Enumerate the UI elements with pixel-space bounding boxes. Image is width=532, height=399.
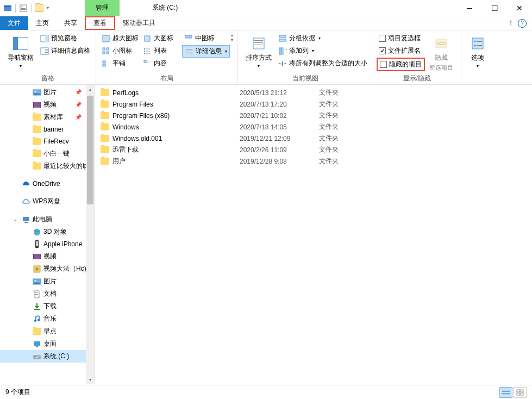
folder-icon	[33, 327, 41, 336]
preview-pane-button[interactable]: 预览窗格	[38, 33, 92, 44]
tab-file[interactable]: 文件	[0, 16, 28, 30]
svg-rect-34	[186, 54, 192, 54]
qat-dropdown-icon[interactable]: ▾	[47, 5, 49, 10]
layout-large-button[interactable]: 大图标	[141, 33, 182, 44]
tree-item[interactable]: WPS网盘	[0, 195, 95, 208]
thumbnails-view-button[interactable]	[514, 387, 527, 398]
scrollbar-thumb[interactable]	[87, 96, 93, 204]
svg-rect-79	[502, 393, 510, 394]
svg-rect-20	[144, 48, 145, 49]
file-row[interactable]: PerfLogs2020/5/13 21:12文件夹	[101, 87, 527, 98]
tab-home[interactable]: 主页	[28, 16, 57, 30]
navigation-pane-button[interactable]: 导航窗格 ▾	[3, 33, 38, 71]
item-count: 9 个项目	[5, 388, 30, 397]
svg-rect-42	[279, 48, 281, 54]
tree-item[interactable]: 图片	[0, 275, 95, 288]
scroll-up-icon[interactable]: ▴	[86, 85, 95, 93]
tree-item-label: WPS网盘	[33, 197, 60, 206]
help-icon[interactable]: ?	[518, 19, 527, 28]
tree-item[interactable]: 视频大法（Hc)	[0, 263, 95, 275]
tree-item[interactable]: 视频📌	[0, 98, 95, 111]
tree-item[interactable]: 音乐	[0, 313, 95, 325]
maximize-button[interactable]: ☐	[482, 0, 507, 16]
close-button[interactable]: ✕	[507, 0, 532, 16]
size-columns-button[interactable]: 将所有列调整为合适的大小	[276, 58, 370, 69]
hide-icon	[433, 35, 450, 52]
scroll-down-icon[interactable]: ▾	[86, 375, 95, 384]
file-type: 文件夹	[319, 134, 362, 143]
file-row[interactable]: Windows2020/7/18 14:05文件夹	[101, 121, 527, 133]
svg-rect-81	[517, 390, 520, 392]
hidden-items-checkbox[interactable]: 隐藏的项目	[377, 58, 425, 71]
add-columns-button[interactable]: +添加列▾	[276, 45, 370, 57]
status-bar: 9 个项目	[0, 385, 532, 399]
pin-ribbon-icon[interactable]: ⤒	[508, 20, 514, 27]
tree-item[interactable]: 桌面	[0, 338, 95, 350]
file-row[interactable]: Program Files (x86)2020/7/21 10:02文件夹	[101, 110, 527, 121]
layout-details-button[interactable]: 详细信息▾	[182, 45, 230, 58]
tree-item[interactable]: Apple iPhone	[0, 238, 95, 250]
svg-rect-29	[185, 35, 188, 38]
minimize-button[interactable]: ─	[457, 0, 482, 16]
tree-item[interactable]: 早点	[0, 325, 95, 338]
tab-view[interactable]: 查看	[85, 16, 115, 30]
tree-item-label: 下载	[43, 302, 57, 311]
svg-point-48	[474, 41, 476, 42]
tree-item[interactable]: 文档	[0, 288, 95, 300]
layout-more-icon[interactable]: ▴▾	[231, 33, 233, 42]
svg-rect-32	[186, 51, 192, 51]
layout-small-button[interactable]: 小图标	[99, 45, 141, 57]
file-row[interactable]: Windows.old.0012019/12/21 12:09文件夹	[101, 133, 527, 144]
properties-icon[interactable]	[19, 4, 28, 13]
window-controls: ─ ☐ ✕	[457, 0, 532, 16]
tree-item[interactable]: 最近比较火的ipl	[0, 160, 95, 172]
svg-rect-83	[517, 393, 520, 395]
tree-item[interactable]: 图片📌	[0, 86, 95, 98]
tree-item[interactable]: 素材库📌	[0, 111, 95, 123]
tree-item[interactable]: ⌄此电脑	[0, 213, 95, 226]
file-row[interactable]: 用户2019/12/28 9:08文件夹	[101, 155, 527, 167]
extra-large-icons-icon	[102, 34, 110, 43]
details-pane-button[interactable]: 详细信息窗格	[38, 45, 92, 57]
svg-rect-13	[103, 48, 105, 50]
explorer-icon	[3, 4, 12, 13]
file-row[interactable]: Program Files2020/7/13 17:20文件夹	[101, 98, 527, 110]
file-type: 文件夹	[319, 157, 362, 166]
tree-item[interactable]: 3D 对象	[0, 226, 95, 238]
tree-item[interactable]: 小白一键	[0, 147, 95, 160]
large-icons-icon	[143, 34, 152, 43]
layout-content-button[interactable]: 内容	[141, 58, 182, 69]
group-by-button[interactable]: 分组依据▾	[276, 33, 370, 44]
file-extensions-checkbox[interactable]: 文件扩展名	[377, 45, 425, 57]
file-row[interactable]: 迅雷下载2020/2/26 11:09文件夹	[101, 144, 527, 155]
phone-icon	[33, 240, 41, 248]
separator	[15, 4, 16, 13]
svg-rect-21	[146, 48, 150, 49]
tree-item[interactable]: OneDrive	[0, 178, 95, 190]
tree-item-label: Apple iPhone	[43, 240, 82, 248]
tree-item[interactable]: 下载	[0, 300, 95, 313]
qat-folder-icon[interactable]	[35, 4, 43, 13]
folder-icon	[101, 111, 109, 120]
item-checkboxes-checkbox[interactable]: 项目复选框	[377, 33, 425, 44]
sort-by-button[interactable]: 排序方式 ▾	[241, 33, 276, 71]
tree-caret-icon[interactable]: ⌄	[13, 216, 20, 222]
layout-medium-button[interactable]: 中图标	[182, 33, 230, 44]
tree-item[interactable]: 系统 (C:)	[0, 350, 95, 363]
layout-list-button[interactable]: 列表	[141, 45, 182, 57]
tree-item[interactable]: banner	[0, 123, 95, 135]
sidebar-scrollbar[interactable]: ▴ ▾	[86, 85, 95, 384]
svg-rect-7	[45, 35, 48, 42]
tree-item[interactable]: 视频	[0, 250, 95, 263]
quick-access-toolbar: ▾	[0, 4, 52, 13]
window-title: 系统 (C:)	[152, 3, 178, 13]
tree-item[interactable]: FileRecv	[0, 135, 95, 147]
tab-share[interactable]: 共享	[57, 16, 85, 30]
details-view-button[interactable]	[499, 387, 512, 398]
layout-tiles-button[interactable]: 平铺	[99, 58, 141, 69]
folder-icon	[101, 134, 109, 143]
layout-extra-large-button[interactable]: 超大图标	[99, 33, 141, 44]
options-button[interactable]: 选项 ▾	[465, 33, 491, 71]
tab-drive-tools[interactable]: 驱动器工具	[115, 16, 163, 30]
tiles-icon	[102, 59, 110, 68]
